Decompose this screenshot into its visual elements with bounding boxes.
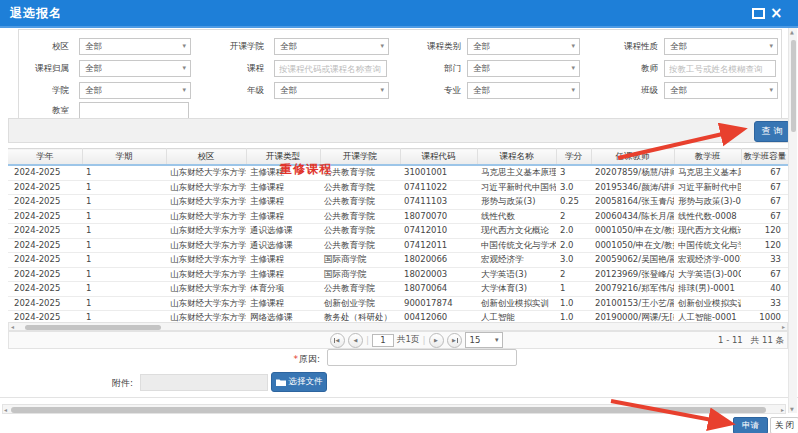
table-cell: 山东财经大学东方学院 bbox=[166, 180, 246, 195]
table-cell: 20060434/陈长月/副教授 bbox=[591, 209, 674, 224]
bottom-hscroll-thumb[interactable] bbox=[11, 407, 766, 413]
table-row[interactable]: 2024-20251山东财经大学东方学院主修课程公共教育学院31001001马克… bbox=[8, 165, 788, 180]
scroll-left-icon[interactable]: ◂ bbox=[4, 406, 7, 414]
maximize-icon[interactable] bbox=[752, 8, 765, 19]
table-row[interactable]: 2024-20251山东财经大学东方学院主修课程公共教育学院07411103形势… bbox=[8, 195, 788, 210]
next-page-button[interactable]: ▶ bbox=[429, 333, 444, 348]
table-cell: 大学英语(3) bbox=[477, 267, 556, 282]
range-label: 1 - 11 bbox=[718, 335, 743, 345]
table-cell: 山东财经大学东方学院 bbox=[166, 165, 246, 180]
course-category-select[interactable]: 全部▾ bbox=[467, 38, 580, 55]
campus-label: 校区 bbox=[19, 38, 69, 55]
chevron-down-icon: ▾ bbox=[380, 83, 384, 98]
table-row[interactable]: 2024-20251山东财经大学东方学院通识选修课公共教育学院07412011中… bbox=[8, 238, 788, 253]
table-row[interactable]: 2024-20251山东财经大学东方学院主修课程公共教育学院07411022习近… bbox=[8, 180, 788, 195]
teacher-input[interactable] bbox=[664, 60, 776, 77]
column-header[interactable]: 课程代码 bbox=[400, 149, 477, 166]
chevron-down-icon: ▾ bbox=[571, 83, 575, 98]
column-header[interactable]: 学年 bbox=[8, 149, 82, 166]
last-page-button[interactable]: ▶ bbox=[447, 333, 462, 348]
course-table-wrap: 学年学期校区开课类型开课学院课程代码课程名称学分任课教师教学班教学班容量 202… bbox=[8, 148, 788, 326]
department-select[interactable]: 全部▾ bbox=[467, 60, 580, 77]
table-cell: 创新创业模拟实训 bbox=[477, 296, 556, 311]
scroll-right-icon[interactable]: ▸ bbox=[782, 323, 785, 331]
column-header[interactable]: 任课教师 bbox=[591, 149, 674, 166]
reason-input[interactable] bbox=[327, 349, 517, 366]
table-cell: 主修课程 bbox=[246, 195, 320, 210]
table-cell: 公共教育学院 bbox=[320, 209, 400, 224]
table-cell: 现代西方文化概论-0002 bbox=[674, 224, 741, 239]
table-cell: 1 bbox=[82, 165, 166, 180]
college-select[interactable]: 全部▾ bbox=[79, 82, 191, 99]
table-row[interactable]: 2024-20251山东财经大学东方学院通识选修课公共教育学院07412010现… bbox=[8, 224, 788, 239]
department-label: 部门 bbox=[391, 60, 461, 77]
close-button[interactable]: 关 闭 bbox=[770, 417, 798, 433]
column-header[interactable]: 课程名称 bbox=[477, 149, 556, 166]
close-icon[interactable]: × bbox=[770, 3, 783, 23]
table-cell: 公共教育学院 bbox=[320, 180, 400, 195]
reason-label: *原因: bbox=[240, 351, 320, 367]
table-cell: 2024-2025 bbox=[8, 209, 82, 224]
table-cell: 公共教育学院 bbox=[320, 165, 400, 180]
scroll-left-icon[interactable]: ◂ bbox=[11, 323, 14, 331]
major-select[interactable]: 全部▾ bbox=[467, 82, 580, 99]
page-size-select[interactable]: 15▾ bbox=[465, 332, 503, 348]
table-cell: 2 bbox=[556, 209, 591, 224]
chevron-down-icon: ▾ bbox=[182, 61, 186, 76]
table-hscroll-thumb[interactable] bbox=[25, 325, 161, 330]
chevron-down-icon: ▾ bbox=[769, 83, 773, 98]
scroll-right-icon[interactable]: ▸ bbox=[781, 406, 784, 414]
filter-panel: 校区 全部▾ 开课学院 全部▾ 课程类别 全部▾ 课程性质 全部▾ 课程归属 全… bbox=[18, 29, 782, 120]
table-row[interactable]: 2024-20251山东财经大学东方学院主修课程创新创业学院900017874创… bbox=[8, 296, 788, 311]
bottom-horizontal-scrollbar[interactable]: ◂ ▸ bbox=[2, 404, 786, 414]
table-cell: 马克思主义基本原理 bbox=[477, 165, 556, 180]
course-nature-select[interactable]: 全部▾ bbox=[664, 38, 778, 55]
chevron-down-icon: ▾ bbox=[571, 39, 575, 54]
vscroll-thumb[interactable] bbox=[791, 40, 796, 132]
column-header[interactable]: 学分 bbox=[556, 149, 591, 166]
table-row[interactable]: 2024-20251山东财经大学东方学院体育分项公共教育学院18070064大学… bbox=[8, 282, 788, 297]
class-select[interactable]: 全部▾ bbox=[664, 82, 778, 99]
table-cell: 通识选修课 bbox=[246, 224, 320, 239]
grade-label: 年级 bbox=[196, 82, 264, 99]
first-page-button[interactable]: ◀ bbox=[330, 333, 345, 348]
table-row[interactable]: 2024-20251山东财经大学东方学院主修课程国际商学院18020066宏观经… bbox=[8, 253, 788, 268]
vertical-scrollbar[interactable]: ▲ ▼ bbox=[788, 28, 797, 413]
campus-select[interactable]: 全部▾ bbox=[79, 38, 191, 55]
table-cell: 120 bbox=[741, 224, 788, 239]
table-cell: 山东财经大学东方学院 bbox=[166, 224, 246, 239]
table-cell: 创新创业学院 bbox=[320, 296, 400, 311]
table-horizontal-scrollbar[interactable]: ◂ ▸ bbox=[8, 322, 788, 331]
choose-file-button[interactable]: 选择文件 bbox=[271, 372, 327, 392]
column-header[interactable]: 开课学院 bbox=[320, 149, 400, 166]
total-pages-label: 共1页 bbox=[397, 334, 419, 346]
course-attribution-select[interactable]: 全部▾ bbox=[79, 60, 191, 77]
table-cell: 1 bbox=[82, 224, 166, 239]
column-header[interactable]: 校区 bbox=[166, 149, 246, 166]
offering-college-select[interactable]: 全部▾ bbox=[274, 38, 389, 55]
course-input[interactable] bbox=[274, 60, 387, 77]
prev-page-button[interactable]: ◀ bbox=[348, 333, 363, 348]
column-header[interactable]: 教学班容量 bbox=[741, 149, 788, 166]
classroom-input[interactable] bbox=[79, 102, 189, 119]
folder-icon bbox=[276, 378, 286, 387]
table-cell: 山东财经大学东方学院 bbox=[166, 296, 246, 311]
table-cell: 主修课程 bbox=[246, 267, 320, 282]
page-number-input[interactable] bbox=[372, 334, 394, 347]
attachment-filename-field[interactable] bbox=[140, 374, 268, 391]
query-button[interactable]: 查 询 bbox=[754, 121, 790, 142]
table-row[interactable]: 2024-20251山东财经大学东方学院主修课程国际商学院18020003大学英… bbox=[8, 267, 788, 282]
grade-select[interactable]: 全部▾ bbox=[274, 82, 389, 99]
table-cell: 3.0 bbox=[556, 180, 591, 195]
table-row[interactable]: 2024-20251山东财经大学东方学院主修课程公共教育学院18070070线性… bbox=[8, 209, 788, 224]
table-cell: 31001001 bbox=[400, 165, 477, 180]
apply-button[interactable]: 申请 bbox=[733, 417, 768, 433]
column-header[interactable]: 教学班 bbox=[674, 149, 741, 166]
scroll-down-icon[interactable]: ▼ bbox=[790, 405, 794, 413]
column-header[interactable]: 学期 bbox=[82, 149, 166, 166]
chevron-down-icon: ▾ bbox=[769, 39, 773, 54]
scroll-up-icon[interactable]: ▲ bbox=[790, 28, 794, 36]
table-cell: 2.0 bbox=[556, 238, 591, 253]
table-cell: 40 bbox=[741, 282, 788, 297]
table-cell: 67 bbox=[741, 165, 788, 180]
